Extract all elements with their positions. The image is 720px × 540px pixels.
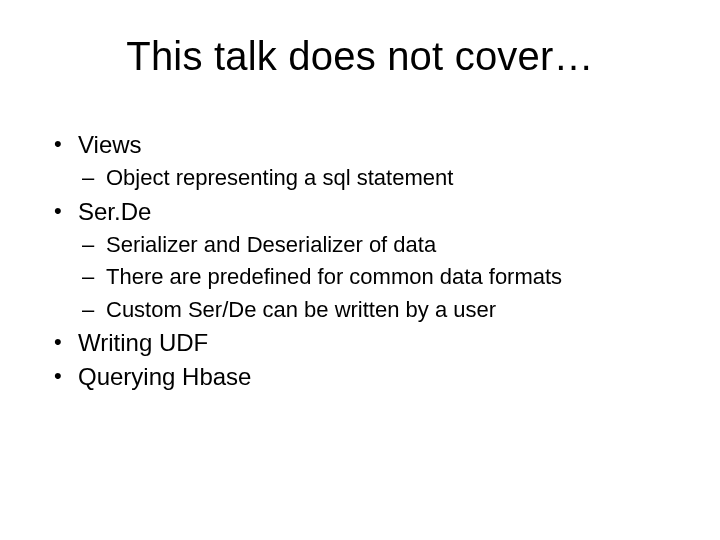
sub-bullet-label: Custom Ser/De can be written by a user <box>106 297 496 322</box>
bullet-item: Querying Hbase <box>52 362 668 392</box>
slide-title: This talk does not cover… <box>0 34 720 79</box>
sub-bullet-label: Serializer and Deserializer of data <box>106 232 436 257</box>
bullet-label: Writing UDF <box>78 329 208 356</box>
bullet-item: Views <box>52 130 668 160</box>
sub-bullet-item: Custom Ser/De can be written by a user <box>78 296 668 325</box>
sub-bullet-label: Object representing a sql statement <box>106 165 453 190</box>
sub-bullet-item: Object representing a sql statement <box>78 164 668 193</box>
bullet-item: Ser.De <box>52 197 668 227</box>
slide: This talk does not cover… Views Object r… <box>0 0 720 540</box>
slide-body: Views Object representing a sql statemen… <box>52 126 668 396</box>
sub-bullet-label: There are predefined for common data for… <box>106 264 562 289</box>
bullet-label: Querying Hbase <box>78 363 251 390</box>
bullet-label: Ser.De <box>78 198 151 225</box>
sub-bullet-item: There are predefined for common data for… <box>78 263 668 292</box>
sub-bullet-item: Serializer and Deserializer of data <box>78 231 668 260</box>
bullet-label: Views <box>78 131 142 158</box>
bullet-item: Writing UDF <box>52 328 668 358</box>
